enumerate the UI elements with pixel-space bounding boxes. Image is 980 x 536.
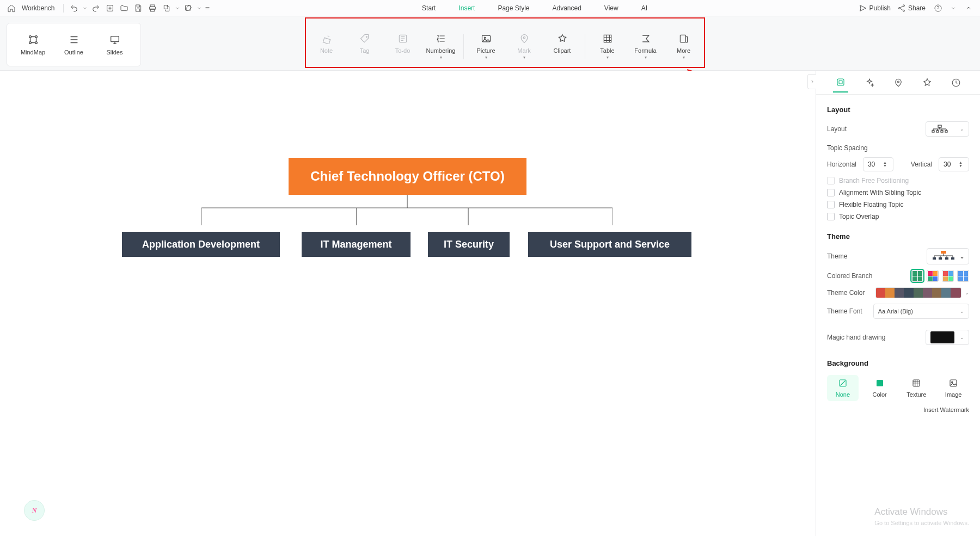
svg-point-18 (523, 36, 525, 38)
menu-insert[interactable]: Insert (458, 3, 475, 13)
edit-dropdown-caret[interactable] (197, 2, 202, 14)
svg-point-9 (29, 36, 31, 38)
bg-option-none[interactable]: None (827, 375, 859, 401)
check-flexible-floating[interactable]: Flexible Floating Topic (827, 201, 969, 208)
mindmap-child-node[interactable]: Application Development (122, 232, 280, 257)
menu-ai[interactable]: AI (641, 3, 647, 13)
svg-rect-3 (151, 9, 155, 11)
chevron-down-icon[interactable]: ⌄ (965, 290, 969, 295)
svg-rect-34 (939, 257, 942, 260)
collapse-ribbon-icon[interactable] (963, 2, 975, 14)
theme-font-select[interactable]: Aa Arial (Big) ⌄ (873, 304, 969, 319)
svg-rect-19 (604, 35, 611, 42)
theme-select[interactable]: ⌄ (927, 248, 969, 264)
section-title-layout: Layout (827, 106, 969, 114)
publish-button[interactable]: Publish (859, 4, 891, 13)
magic-hand-select[interactable]: ⌄ (926, 330, 969, 345)
menu-view[interactable]: View (604, 3, 618, 13)
menu-advanced[interactable]: Advanced (552, 3, 581, 13)
svg-point-41 (952, 381, 953, 383)
view-mode-mindmap[interactable]: MindMap (13, 28, 53, 61)
panel-collapse-button[interactable] (807, 74, 816, 89)
mindmap-child-node[interactable]: IT Security (428, 232, 510, 257)
theme-color-strip[interactable] (875, 287, 961, 298)
insert-picture[interactable]: Picture ▾ (467, 27, 505, 59)
mindmap-canvas[interactable]: Chief Technology Officer (CTO) Applicati… (0, 71, 816, 536)
menu-start[interactable]: Start (422, 3, 436, 13)
svg-rect-27 (938, 125, 941, 127)
vertical-spacing-stepper[interactable]: ▲▼ (939, 157, 969, 171)
redo-icon[interactable] (90, 2, 102, 14)
panel-tab-mark[interactable] (891, 73, 906, 93)
main-menu-tabs: Start Insert Page Style Advanced View AI (213, 3, 856, 13)
horizontal-spacing-label: Horizontal (827, 161, 856, 168)
undo-icon[interactable] (68, 2, 80, 14)
view-mode-switch: MindMap Outline Slides (7, 23, 141, 66)
mindmap-child-node[interactable]: IT Management (302, 232, 411, 257)
insert-table[interactable]: Table ▾ (589, 27, 627, 59)
insert-more[interactable]: More ▾ (665, 27, 703, 59)
export-dropdown-caret[interactable] (175, 2, 180, 14)
layout-select[interactable]: ⌄ (926, 121, 969, 137)
bg-option-image[interactable]: Image (938, 375, 969, 401)
svg-rect-31 (945, 131, 947, 132)
vertical-spacing-input[interactable] (944, 161, 959, 168)
panel-tab-history[interactable] (948, 73, 964, 93)
horizontal-spacing-stepper[interactable]: ▲▼ (863, 157, 893, 171)
home-icon[interactable] (5, 2, 17, 14)
colored-branch-swatch-3[interactable] (942, 270, 954, 282)
check-alignment-sibling[interactable]: Alignment With Sibling Topic (827, 189, 969, 196)
new-file-icon[interactable] (104, 2, 116, 14)
panel-tab-style[interactable] (920, 73, 935, 93)
mindmap-root-node[interactable]: Chief Technology Officer (CTO) (289, 158, 526, 195)
insert-todo: To-do (384, 27, 422, 54)
svg-rect-32 (941, 251, 946, 254)
section-title-theme: Theme (827, 232, 969, 241)
svg-point-11 (29, 42, 31, 44)
panel-tab-ai[interactable] (862, 73, 877, 93)
export-icon[interactable] (161, 2, 173, 14)
magic-hand-label: Magic hand drawing (827, 334, 885, 341)
open-folder-icon[interactable] (118, 2, 130, 14)
help-icon[interactable] (932, 2, 944, 14)
insert-formula[interactable]: Formula ▾ (627, 27, 665, 59)
colored-branch-swatch-1[interactable] (911, 270, 923, 282)
assistant-bubble[interactable]: N (24, 500, 45, 521)
quick-access-overflow[interactable] (204, 2, 211, 14)
panel-tabs (816, 71, 980, 95)
workbench-label[interactable]: Workbench (22, 4, 54, 12)
svg-rect-39 (913, 380, 920, 386)
edit-icon[interactable] (182, 2, 194, 14)
menu-page-style[interactable]: Page Style (498, 3, 529, 13)
windows-activation-watermark: Activate Windows Go to Settings to activ… (874, 507, 969, 528)
insert-watermark-link[interactable]: Insert Watermark (923, 406, 969, 413)
svg-rect-24 (839, 81, 842, 84)
save-icon[interactable] (132, 2, 144, 14)
insert-clipart[interactable]: Clipart (543, 27, 581, 54)
panel-tab-layout[interactable] (833, 73, 848, 93)
chevron-down-icon: ▾ (645, 56, 647, 59)
chevron-down-icon: ▾ (683, 56, 685, 59)
mindmap-connectors (201, 195, 612, 227)
share-button[interactable]: Share (897, 4, 926, 13)
bg-option-color[interactable]: Color (864, 375, 896, 401)
view-mode-slides-label: Slides (107, 49, 123, 56)
bg-option-texture[interactable]: Texture (901, 375, 933, 401)
top-menu-bar: Workbench (0, 0, 980, 16)
colored-branch-label: Colored Branch (827, 272, 872, 280)
check-topic-overlap[interactable]: Topic Overlap (827, 213, 969, 220)
print-icon[interactable] (146, 2, 158, 14)
colored-branch-swatch-4[interactable] (957, 270, 969, 282)
view-mode-outline[interactable]: Outline (53, 28, 94, 61)
view-mode-slides[interactable]: Slides (94, 28, 135, 61)
help-dropdown-caret[interactable] (951, 2, 956, 14)
svg-point-12 (35, 42, 37, 44)
view-mode-mindmap-label: MindMap (21, 49, 45, 56)
layout-label: Layout (827, 125, 847, 133)
mindmap-child-node[interactable]: User Support and Service (528, 232, 691, 257)
colored-branch-swatch-2[interactable] (927, 270, 939, 282)
horizontal-spacing-input[interactable] (868, 161, 883, 168)
insert-numbering[interactable]: Numbering ▾ (422, 27, 460, 59)
undo-dropdown-caret[interactable] (82, 2, 88, 14)
view-mode-outline-label: Outline (64, 49, 83, 56)
